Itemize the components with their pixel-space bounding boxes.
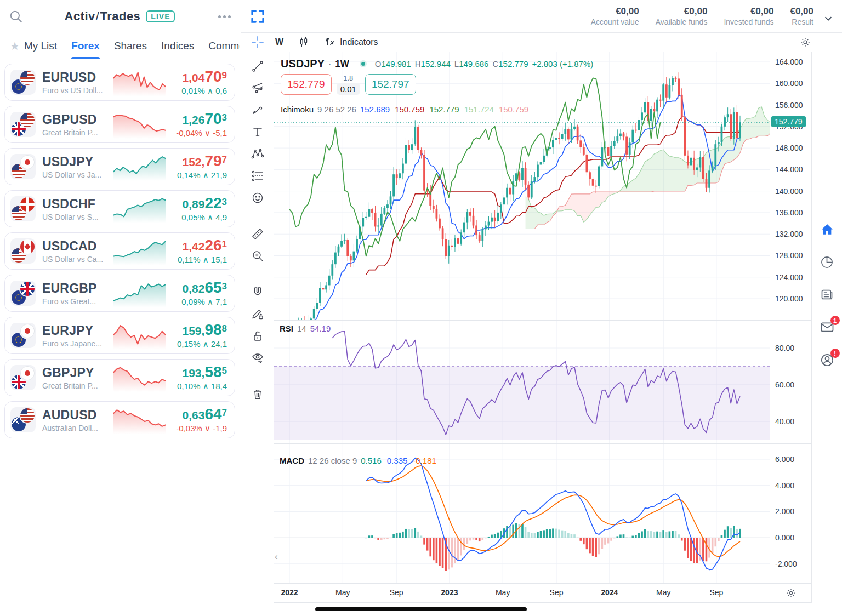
ruler-tool-icon[interactable] — [251, 227, 264, 241]
tab-forex[interactable]: Forex — [71, 33, 100, 59]
macd-value: 0.516 — [361, 456, 382, 465]
instrument-change: 0,01% ∧ 0,6 — [181, 86, 227, 96]
chart-symbol: USDJPY — [281, 58, 325, 70]
collapse-panel-icon[interactable]: ‹ — [275, 551, 278, 562]
indicators-button[interactable]: Indicators — [324, 36, 378, 48]
instrument-symbol: USDCHF — [42, 197, 107, 212]
instrument-change: 0,15% ∧ 24,1 — [177, 339, 227, 349]
app-window: Activ/Trades LIVE ★My ListForexSharesInd… — [0, 0, 842, 603]
macd-pane[interactable]: MACD 12 26 close 9 0.5160.335-0.181 ‹ — [274, 444, 770, 584]
watchlist-item[interactable]: GBPJPY Great Britain P... 193,585 0,10% … — [4, 359, 235, 396]
ohlc-key: H — [415, 59, 421, 69]
sparkline-chart — [113, 67, 166, 98]
zoom-in-tool-icon[interactable] — [251, 249, 264, 263]
mail-icon[interactable]: 1 — [820, 320, 835, 335]
rsi-legend[interactable]: RSI 14 54.19 — [280, 324, 331, 333]
hide-drawings-icon[interactable] — [251, 351, 264, 364]
sparkline-chart — [113, 151, 166, 182]
account-topbar: €0,00Account value€0,00Available funds€0… — [241, 0, 842, 33]
watchlist-item[interactable]: AUDUSD Australian Doll... 0,63647 -0,03%… — [4, 401, 235, 438]
time-tick: May — [656, 588, 670, 597]
pattern-tool-icon[interactable] — [251, 147, 264, 161]
axis-gear-icon[interactable] — [786, 588, 797, 598]
logo-slash: / — [96, 9, 100, 23]
lock-icon[interactable] — [251, 329, 264, 343]
watchlist-item[interactable]: USDCHF US Dollar vs S... 0,89223 0,05% ∧… — [4, 190, 235, 227]
rsi-value: 54.19 — [310, 324, 331, 333]
price-axis[interactable]: 164.000160.000156.000152.000148.000144.0… — [770, 52, 811, 603]
macd-params: 12 26 close 9 — [308, 456, 357, 465]
fullscreen-icon[interactable] — [249, 8, 266, 25]
price-tick: 128.000 — [775, 251, 803, 260]
timeframe-button[interactable]: W — [275, 37, 283, 47]
watchlist-item[interactable]: EURUSD Euro vs US Doll... 1,04709 0,01% … — [4, 64, 235, 101]
logo-part1: Activ — [65, 9, 95, 23]
rsi-pane[interactable]: RSI 14 54.19 — [274, 321, 770, 444]
ichimoku-legend[interactable]: Ichimoku 9 26 52 26 152.689150.759152.77… — [281, 105, 533, 114]
tab-commodities[interactable]: Commodities — [208, 33, 240, 59]
star-icon: ★ — [10, 39, 20, 53]
watchlist-item[interactable]: EURGBP Euro vs Great... 0,82653 0,09% ∧ … — [4, 275, 235, 312]
pip-step: 0.01 — [337, 83, 360, 95]
rsi-params: 14 — [297, 324, 306, 333]
fib-tool-icon[interactable] — [251, 82, 264, 95]
instrument-symbol: EURUSD — [42, 70, 107, 85]
home-indicator[interactable] — [315, 607, 527, 611]
instrument-name: US Dollar vs Ja... — [42, 170, 107, 179]
search-icon[interactable] — [9, 9, 23, 24]
instrument-symbol: GBPJPY — [42, 366, 107, 380]
draw-lock-icon[interactable] — [251, 307, 264, 321]
time-tick: 2022 — [281, 588, 298, 597]
price-tick: 144.000 — [775, 165, 803, 174]
time-tick: 2024 — [601, 588, 618, 597]
buy-button[interactable]: 152.797 — [365, 74, 416, 95]
price-pane[interactable]: USDJPY · 1W O149.981H152.944L149.686C152… — [274, 52, 770, 321]
watchlist-item[interactable]: USDJPY US Dollar vs Ja... 152,797 0,14% … — [4, 148, 235, 185]
instrument-symbol: EURJPY — [42, 323, 107, 338]
account-icon[interactable]: ! — [820, 352, 835, 368]
spread-value: 1.8 — [343, 74, 353, 82]
tab-shares[interactable]: Shares — [114, 33, 147, 59]
news-icon[interactable] — [820, 287, 834, 302]
instrument-flags-icon — [10, 365, 36, 390]
axis-settings-corner — [770, 584, 811, 603]
brush-tool-icon[interactable] — [251, 104, 264, 117]
chart-style-icon[interactable] — [298, 36, 310, 48]
instrument-symbol: USDJPY — [42, 155, 107, 169]
chart-body: USDJPY · 1W O149.981H152.944L149.686C152… — [241, 52, 842, 603]
trend-line-icon[interactable] — [251, 60, 264, 73]
delete-drawings-icon[interactable] — [251, 387, 264, 401]
crosshair-tool-icon[interactable] — [241, 36, 274, 49]
macd-legend[interactable]: MACD 12 26 close 9 0.5160.335-0.181 — [280, 456, 442, 465]
ohlc-value: 149.686 — [459, 59, 488, 69]
watchlist-item[interactable]: EURJPY Euro vs Japane... 159,988 0,15% ∧… — [4, 317, 235, 354]
instrument-price: 1,42261 — [178, 238, 227, 253]
instrument-name: Euro vs Great... — [42, 297, 107, 306]
instrument-price: 152,797 — [177, 153, 227, 169]
chart-settings-icon[interactable] — [799, 36, 811, 48]
watchlist-item[interactable]: GBPUSD Great Britain P... 1,26703 -0,04%… — [4, 106, 235, 143]
position-tool-icon[interactable] — [251, 169, 264, 182]
price-tick: 124.000 — [775, 273, 803, 282]
instrument-flags-icon — [10, 154, 36, 179]
text-tool-icon[interactable] — [251, 126, 264, 139]
watchlist: EURUSD Euro vs US Doll... 1,04709 0,01% … — [0, 59, 240, 443]
sparkline-chart — [113, 362, 166, 393]
account-metric-value: €0,00 — [656, 6, 708, 17]
account-metric-value: €0,00 — [724, 6, 773, 17]
time-axis[interactable]: 2022MaySep2023MaySep2024MaySep — [274, 584, 770, 603]
watchlist-item[interactable]: USDCAD US Dollar vs Ca... 1,42261 0,11% … — [4, 232, 235, 270]
instrument-name: US Dollar vs S... — [42, 213, 107, 221]
sell-button[interactable]: 152.779 — [281, 74, 332, 95]
emoji-tool-icon[interactable] — [251, 191, 264, 204]
tab-label: Forex — [71, 40, 100, 52]
magnet-tool-icon[interactable] — [251, 286, 264, 299]
more-menu-icon[interactable] — [218, 15, 231, 18]
chevron-down-icon[interactable] — [822, 13, 834, 25]
symbol-separator: · — [328, 59, 331, 69]
ichimoku-value: 150.759 — [395, 105, 424, 114]
tab-my-list[interactable]: ★My List — [10, 33, 57, 59]
tab-indices[interactable]: Indices — [161, 33, 194, 59]
home-icon[interactable] — [820, 222, 835, 237]
portfolio-pie-icon[interactable] — [820, 255, 834, 270]
